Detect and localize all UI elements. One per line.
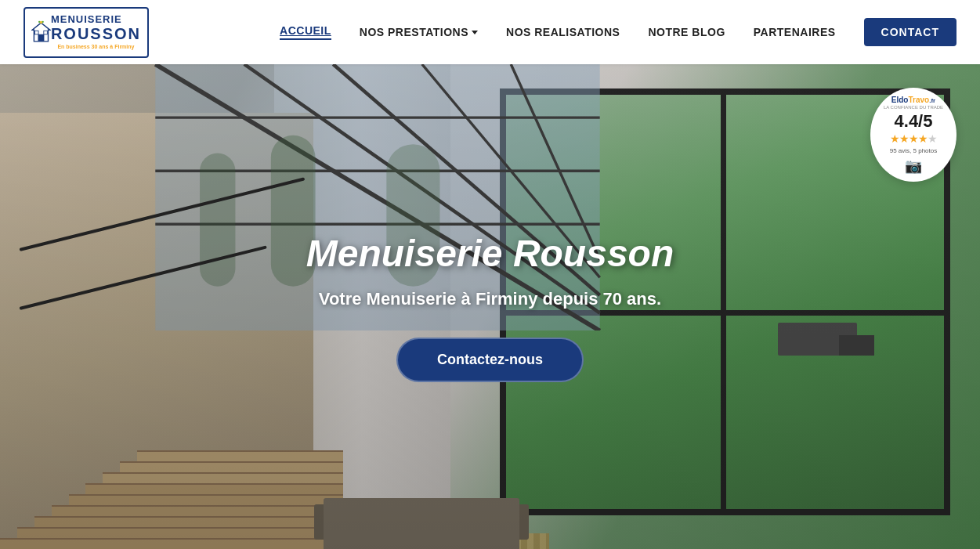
hero-subtitle: Votre Menuiserie à Firminy depuis 70 ans… [216,289,765,309]
prestations-chevron-icon [472,31,478,34]
brand-suffix: Travo [908,96,929,104]
star-3: ★ [909,132,918,145]
nav-prestations-link[interactable]: NOS PRESTATIONS [360,26,468,38]
nav-accueil[interactable]: ACCUEIL [280,24,331,40]
hero-section: Menuiserie Rousson Votre Menuiserie à Fi… [0,64,980,549]
logo-box: MENUISERIE ROUSSON En business 30 ans à … [24,7,149,58]
star-2: ★ [899,132,909,145]
contact-button[interactable]: CONTACT [864,18,956,46]
brand-tld: .fr [929,97,935,104]
svg-point-6 [42,21,44,23]
logo-line1: MENUISERIE [51,14,141,25]
rating-reviews: 95 avis, 5 photos [890,147,937,154]
rating-stars: ★★★★★ [890,132,937,145]
nav-prestations[interactable]: NOS PRESTATIONS [360,26,478,38]
hero-content: Menuiserie Rousson Votre Menuiserie à Fi… [216,232,765,382]
nav-realisations[interactable]: NOS REALISATIONS [506,26,620,38]
svg-rect-1 [38,34,44,42]
nav-blog[interactable]: NOTRE BLOG [648,26,725,38]
logo-line2: ROUSSON [51,25,141,42]
logo-area: MENUISERIE ROUSSON En business 30 ans à … [24,7,149,58]
star-1: ★ [890,132,899,145]
rating-score: 4.4/5 [895,113,933,130]
svg-point-4 [40,21,42,23]
rating-brand: EldoTravo.fr [891,96,935,105]
rating-camera-icon: 📷 [905,157,922,175]
svg-rect-3 [44,31,48,34]
logo-house-icon [31,13,51,52]
svg-rect-2 [35,31,39,34]
header: MENUISERIE ROUSSON En business 30 ans à … [0,0,980,64]
hero-title: Menuiserie Rousson [216,232,765,275]
logo-anniversary: En business 30 ans à Firminy [51,44,141,50]
brand-prefix: Eldo [891,96,909,104]
star-4: ★ [918,132,928,145]
hero-cta-button[interactable]: Contactez-nous [396,338,584,382]
rating-tagline: LA CONFIANCE DU TRADE [884,105,943,110]
rating-badge[interactable]: EldoTravo.fr LA CONFIANCE DU TRADE 4.4/5… [870,88,956,182]
logo-text: MENUISERIE ROUSSON En business 30 ans à … [51,14,141,50]
nav-partenaires[interactable]: PARTENAIRES [754,26,836,38]
star-half: ★ [928,132,937,145]
main-nav: ACCUEIL NOS PRESTATIONS NOS REALISATIONS… [280,18,956,46]
svg-point-5 [38,21,40,23]
